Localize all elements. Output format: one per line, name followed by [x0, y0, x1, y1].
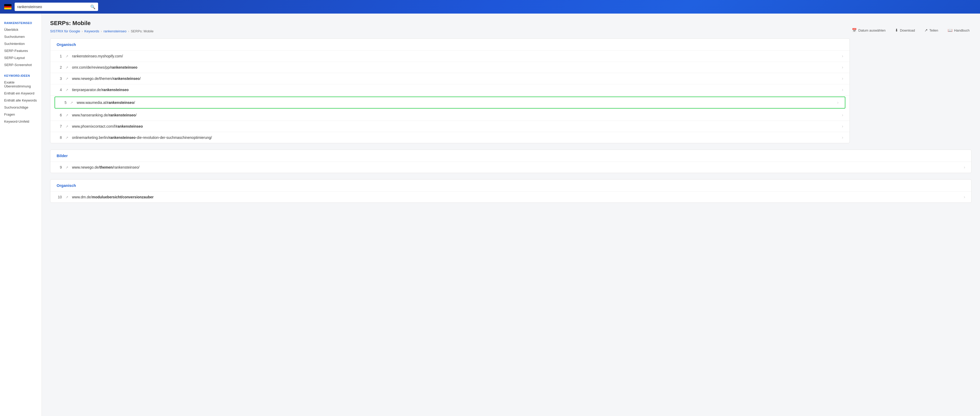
row-arrow[interactable]: ›	[964, 165, 965, 170]
row-num: 3	[57, 77, 62, 81]
section-organisch-2: Organisch 10 ↗ www.dm.de/moduluebersicht…	[50, 179, 972, 203]
sidebar-item-suchvolumen[interactable]: Suchvolumen	[0, 33, 41, 40]
result-row: 9 ↗ www.newego.de/themen/rankensteinseo/…	[50, 162, 971, 173]
row-num: 7	[57, 124, 62, 128]
header: 🔍	[0, 0, 980, 14]
handbuch-label: Handbuch	[954, 29, 970, 32]
row-url: tierpraeparator.de/rankensteinseo	[72, 88, 838, 92]
external-link-icon: ↗	[65, 54, 68, 58]
datum-label: Datum auswählen	[858, 29, 886, 32]
result-row: 1 ↗ rankensteinseo.myshopify.com/ ›	[50, 51, 850, 62]
teilen-label: Teilen	[929, 29, 938, 32]
sidebar-item-keyword-umfeld[interactable]: Keyword-Umfeld	[0, 118, 41, 125]
share-icon: ↗	[924, 28, 928, 33]
row-num: 5	[61, 100, 67, 105]
breadcrumb: SISTRIX für Google › Keywords › rankenst…	[50, 29, 972, 33]
main-content: SERPs: Mobile SISTRIX für Google › Keywo…	[42, 14, 980, 416]
row-arrow[interactable]: ›	[842, 113, 843, 118]
sidebar-item-enthaelt-ein[interactable]: Enthält ein Keyword	[0, 90, 41, 97]
section-organisch-1-title: Organisch	[50, 38, 850, 51]
row-num: 8	[57, 135, 62, 140]
sidebar-section2-title: KEYWORD-IDEEN	[0, 72, 41, 79]
row-num: 4	[57, 88, 62, 92]
row-arrow[interactable]: ›	[842, 124, 843, 129]
download-button[interactable]: ⬇ Download	[893, 27, 917, 33]
row-arrow[interactable]: ›	[837, 100, 838, 105]
sidebar-item-serp-screenshot[interactable]: SERP-Screenshot	[0, 61, 41, 69]
download-icon: ⬇	[895, 28, 898, 33]
breadcrumb-rankensteinseo[interactable]: rankensteinseo	[103, 29, 127, 33]
section-organisch-1: Organisch 1 ↗ rankensteinseo.myshopify.c…	[50, 38, 850, 143]
result-row: 4 ↗ tierpraeparator.de/rankensteinseo ›	[50, 84, 850, 96]
breadcrumb-keywords[interactable]: Keywords	[84, 29, 99, 33]
page-title: SERPs: Mobile	[50, 20, 972, 27]
row-arrow[interactable]: ›	[842, 135, 843, 140]
sidebar-section1-title: RANKENSTEINSEO	[0, 19, 41, 26]
row-url: www.newego.de/themen/rankensteinseo/	[72, 165, 960, 169]
row-arrow[interactable]: ›	[842, 88, 843, 92]
row-arrow[interactable]: ›	[842, 65, 843, 70]
sidebar: RANKENSTEINSEO Überblick Suchvolumen Suc…	[0, 14, 42, 416]
result-row: 6 ↗ www.hanseranking.de/rankensteinseo/ …	[50, 110, 850, 121]
breadcrumb-sep2: ›	[101, 29, 102, 33]
download-label: Download	[900, 29, 915, 32]
datum-button[interactable]: 📅 Datum auswählen	[850, 27, 888, 33]
external-link-icon: ↗	[65, 136, 68, 140]
external-link-icon: ↗	[65, 88, 68, 92]
app-layout: RANKENSTEINSEO Überblick Suchvolumen Suc…	[0, 14, 980, 416]
external-link-icon: ↗	[70, 101, 73, 105]
result-row-highlighted: 5 ↗ www.waumedia.at/rankensteinseo/ ›	[54, 97, 845, 108]
external-link-icon: ↗	[65, 124, 68, 128]
breadcrumb-sep3: ›	[128, 29, 129, 33]
external-link-icon: ↗	[65, 77, 68, 81]
search-button[interactable]: 🔍	[90, 5, 95, 10]
germany-flag	[4, 4, 11, 10]
handbuch-button[interactable]: 📖 Handbuch	[945, 27, 972, 33]
result-row: 8 ↗ onlinemarketing.berlin/rankensteinse…	[50, 132, 850, 143]
result-row: 3 ↗ www.newego.de/themen/rankensteinseo/…	[50, 73, 850, 84]
section-bilder-title: Bilder	[50, 150, 971, 162]
toolbar: 📅 Datum auswählen ⬇ Download ↗ Teilen 📖 …	[850, 27, 972, 33]
row-url: www.waumedia.at/rankensteinseo/	[77, 100, 834, 105]
row-num: 10	[57, 195, 62, 199]
row-num: 9	[57, 165, 62, 169]
breadcrumb-sistrix[interactable]: SISTRIX für Google	[50, 29, 80, 33]
sidebar-item-suchvorschlaege[interactable]: Suchvorschläge	[0, 104, 41, 111]
result-row: 2 ↗ omr.com/de/reviews/pp/rankensteinseo…	[50, 62, 850, 73]
search-input[interactable]	[17, 5, 88, 9]
section-bilder: Bilder 9 ↗ www.newego.de/themen/rankenst…	[50, 150, 972, 173]
external-link-icon: ↗	[65, 113, 68, 117]
section-organisch-2-title: Organisch	[50, 180, 971, 191]
breadcrumb-sep1: ›	[82, 29, 83, 33]
calendar-icon: 📅	[852, 28, 857, 33]
sidebar-item-serp-features[interactable]: SERP-Features	[0, 47, 41, 54]
book-icon: 📖	[948, 28, 953, 33]
row-arrow[interactable]: ›	[842, 54, 843, 59]
external-link-icon: ↗	[65, 65, 68, 69]
teilen-button[interactable]: ↗ Teilen	[922, 27, 940, 33]
row-url: onlinemarketing.berlin/rankensteinseo-di…	[72, 135, 838, 140]
search-bar: 🔍	[14, 3, 98, 11]
sidebar-item-serp-layout[interactable]: SERP-Layout	[0, 54, 41, 61]
breadcrumb-current: SERPs: Mobile	[131, 29, 153, 33]
external-link-icon: ↗	[65, 166, 68, 169]
row-url: www.newego.de/themen/rankensteinseo/	[72, 77, 838, 81]
sidebar-item-exakte[interactable]: Exakte Übereinstimmung	[0, 79, 41, 90]
external-link-icon: ↗	[65, 195, 68, 199]
row-num: 6	[57, 113, 62, 117]
row-url: www.dm.de/moduluebersicht/conversionzaub…	[72, 195, 960, 199]
sidebar-item-uberblick[interactable]: Überblick	[0, 26, 41, 33]
result-row: 10 ↗ www.dm.de/moduluebersicht/conversio…	[50, 191, 971, 202]
row-url: www.phoenixcontact.com/l/rankensteinseo	[72, 124, 838, 128]
sidebar-item-suchintention[interactable]: Suchintention	[0, 40, 41, 47]
row-url: omr.com/de/reviews/pp/rankensteinseo	[72, 65, 838, 69]
result-row: 7 ↗ www.phoenixcontact.com/l/rankenstein…	[50, 121, 850, 132]
row-url: www.hanseranking.de/rankensteinseo/	[72, 113, 838, 117]
row-num: 2	[57, 65, 62, 69]
sidebar-item-enthaelt-alle[interactable]: Enthält alle Keywords	[0, 97, 41, 104]
row-num: 1	[57, 54, 62, 58]
row-arrow[interactable]: ›	[842, 76, 843, 81]
row-url: rankensteinseo.myshopify.com/	[72, 54, 838, 58]
row-arrow[interactable]: ›	[964, 195, 965, 199]
sidebar-item-fragen[interactable]: Fragen	[0, 111, 41, 118]
